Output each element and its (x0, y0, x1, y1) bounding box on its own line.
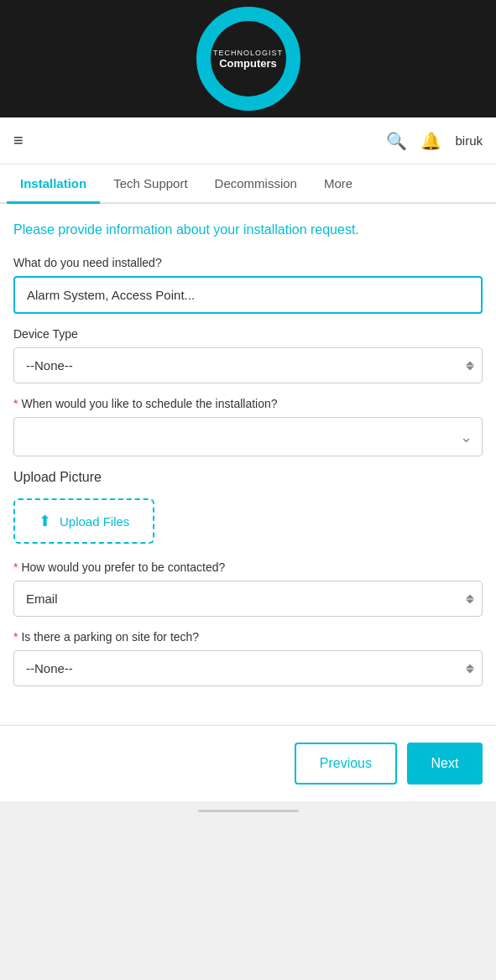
logo-text-bottom: Computers (219, 57, 277, 70)
upload-area: ⬆ Upload Files (13, 498, 483, 544)
logo-badge: TECHNOLOGIST Computers (202, 13, 295, 105)
device-type-select[interactable]: --None-- Router Switch Access Point Alar… (13, 347, 483, 383)
contact-select[interactable]: Email Phone Text (13, 581, 483, 617)
logo-text-top: TECHNOLOGIST (213, 49, 283, 57)
upload-section-label: Upload Picture (13, 470, 483, 485)
hamburger-icon[interactable]: ≡ (13, 131, 23, 150)
footer-bar: Previous Next (0, 725, 496, 801)
device-type-wrapper: --None-- Router Switch Access Point Alar… (13, 347, 483, 383)
what-installed-label: What do you need installed? (13, 256, 483, 269)
main-form: Please provide information about your in… (0, 204, 496, 725)
what-installed-input[interactable] (13, 276, 483, 314)
upload-icon: ⬆ (39, 512, 51, 530)
form-intro-text: Please provide information about your in… (13, 221, 483, 239)
scrollbar-hint (198, 810, 299, 812)
tab-bar: Installation Tech Support Decommission M… (0, 164, 496, 204)
contact-label: How would you prefer to be contacted? (13, 560, 483, 574)
upload-files-button[interactable]: ⬆ Upload Files (13, 498, 154, 544)
bottom-gray-area (0, 801, 496, 952)
header: TECHNOLOGIST Computers (0, 0, 496, 117)
parking-wrapper: --None-- Yes No (13, 650, 483, 686)
next-button[interactable]: Next (407, 743, 483, 785)
tab-decommission[interactable]: Decommission (201, 164, 311, 202)
search-icon[interactable]: 🔍 (386, 131, 407, 151)
upload-btn-label: Upload Files (60, 514, 129, 529)
parking-select[interactable]: --None-- Yes No (13, 650, 483, 686)
logo-inner: TECHNOLOGIST Computers (211, 21, 286, 96)
schedule-wrapper: Morning Afternoon Evening ⌄ (13, 417, 483, 456)
tab-more[interactable]: More (311, 164, 366, 202)
bell-icon[interactable]: 🔔 (420, 131, 441, 151)
previous-button[interactable]: Previous (295, 743, 397, 785)
parking-label: Is there a parking on site for tech? (13, 630, 483, 644)
schedule-select[interactable]: Morning Afternoon Evening (13, 417, 483, 456)
device-type-label: Device Type (13, 327, 483, 341)
tab-tech-support[interactable]: Tech Support (100, 164, 201, 202)
username-label: biruk (455, 133, 483, 148)
schedule-label: When would you like to schedule the inst… (13, 397, 483, 410)
nav-icons: 🔍 🔔 biruk (386, 131, 483, 151)
navbar: ≡ 🔍 🔔 biruk (0, 117, 496, 164)
contact-wrapper: Email Phone Text (13, 581, 483, 617)
tab-installation[interactable]: Installation (7, 164, 100, 202)
